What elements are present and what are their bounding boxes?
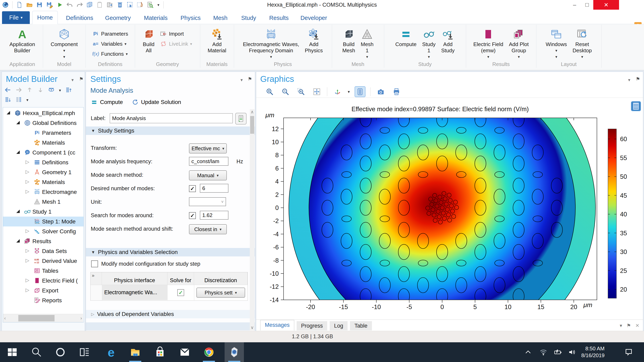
pin-icon[interactable]: ⚑ <box>636 76 640 82</box>
zoom-box-button[interactable] <box>296 86 306 97</box>
tree-item-materials[interactable]: Materials <box>3 138 84 148</box>
ribbon-button-compute[interactable]: Compute <box>395 27 416 47</box>
solve-checkbox[interactable]: ✓ <box>177 289 184 296</box>
ribbon-button-windows[interactable]: Windows ▾▾ <box>546 27 567 60</box>
tree-item-study-1[interactable]: Study 1 <box>3 207 84 217</box>
ribbon-tab-home[interactable]: Home <box>32 11 58 24</box>
paste-button[interactable] <box>96 0 104 9</box>
table-header-solve-for[interactable]: Solve for <box>168 272 194 285</box>
qat-dropdown[interactable]: ▾ <box>156 0 161 9</box>
settings-toolbar-compute[interactable]: Compute <box>91 99 123 106</box>
taskbar-file-explorer-button[interactable] <box>126 342 145 362</box>
close-icon[interactable]: ✕ <box>635 323 639 329</box>
ribbon-button-reset-desktop[interactable]: ResetDesktop ▾ <box>572 27 592 60</box>
ribbon-tab-developer[interactable]: Developer <box>298 12 330 24</box>
unit-combo[interactable]: ˅ <box>189 197 226 206</box>
taskbar-search-button[interactable] <box>26 342 46 362</box>
settings-toolbar-update-solution[interactable]: Update Solution <box>132 99 181 106</box>
tree-item-export[interactable]: ▷Export <box>3 286 84 296</box>
collapse-list-button[interactable] <box>5 96 11 104</box>
bottom-tab-table[interactable]: Table <box>350 321 372 331</box>
zoom-out-button[interactable] <box>280 86 291 97</box>
pin-icon[interactable]: ⚑ <box>79 76 84 82</box>
chevron-down-icon[interactable]: ▾ <box>620 323 622 329</box>
settings-scrollbar[interactable]: ∧∨ <box>250 109 254 331</box>
ribbon-tab-definitions[interactable]: Definitions <box>63 12 96 24</box>
ribbon-button-build-mesh[interactable]: BuildMesh <box>342 27 355 54</box>
taskbar-cortana-button[interactable] <box>51 342 70 362</box>
zoom-extents-button[interactable] <box>311 86 322 97</box>
ribbon-button-electromagnetic-waves-frequency-domain[interactable]: Electromagnetic Waves,Frequency Domain ▾ <box>243 27 299 60</box>
taskbar-action-center-button[interactable] <box>620 342 638 362</box>
chevron-down-icon[interactable]: ▾ <box>240 77 243 83</box>
modify-config-checkbox[interactable] <box>91 260 98 267</box>
tree-item-global-definitions[interactable]: Global Definitions <box>3 118 84 128</box>
tree-item-tables[interactable]: Tables <box>3 266 84 276</box>
find-button[interactable] <box>146 0 154 9</box>
ribbon-tab-results[interactable]: Results <box>266 12 292 24</box>
dropdown-2[interactable]: Manual▾ <box>189 170 227 180</box>
tree-item-results[interactable]: Results <box>3 236 84 246</box>
tree-item-definitions[interactable]: ▷Definitions <box>3 157 84 167</box>
expander-expanded-icon[interactable] <box>16 210 20 213</box>
taskbar-chrome-button[interactable] <box>199 342 218 362</box>
taskbar-task-view-button[interactable] <box>75 342 94 362</box>
field-input-1[interactable] <box>189 157 228 166</box>
expander-collapsed-icon[interactable]: ▷ <box>26 228 29 234</box>
bottom-tab-messages[interactable]: Messages <box>260 320 294 331</box>
table-header-physics-interface[interactable]: Physics interface <box>102 272 168 285</box>
ribbon-button-parameters[interactable]: PiParameters <box>92 30 128 37</box>
tree-item-mesh-1[interactable]: Mesh 1 <box>3 197 84 207</box>
print-button[interactable] <box>391 86 402 97</box>
scroll-down-icon[interactable]: ∨ <box>250 325 254 331</box>
columns-button[interactable] <box>16 96 22 104</box>
nav-back-button[interactable] <box>5 87 11 94</box>
snapshot-button[interactable] <box>375 86 386 97</box>
ribbon-tab-physics[interactable]: Physics <box>178 12 204 24</box>
expander-expanded-icon[interactable] <box>7 111 10 114</box>
expand-list-button[interactable] <box>66 87 72 94</box>
tree-item-electric-field-[interactable]: ▷Electric Field ( <box>3 276 84 286</box>
chevron-down-icon[interactable]: ▾ <box>26 97 28 102</box>
minimize-button[interactable]: – <box>568 0 581 10</box>
chevron-down-icon[interactable]: ▾ <box>348 89 350 94</box>
tree-item-solver-config[interactable]: ▷Solver Config <box>3 226 84 236</box>
ribbon-tab-geometry[interactable]: Geometry <box>102 12 134 24</box>
show-button[interactable] <box>48 87 54 94</box>
expander-collapsed-icon[interactable]: ▷ <box>26 179 29 184</box>
field-input-5[interactable] <box>200 211 228 220</box>
view-orientation-button[interactable] <box>332 86 343 97</box>
chevron-down-icon[interactable]: ▾ <box>59 88 61 93</box>
table-cell-solve[interactable]: ✓ <box>168 285 194 300</box>
chevron-down-icon[interactable]: ▾ <box>72 77 74 83</box>
tree-item-component-1-cc[interactable]: ΩComponent 1 (cc <box>3 148 84 157</box>
delete-button[interactable] <box>116 0 124 9</box>
taskbar-edge-button[interactable]: e <box>102 342 121 362</box>
ribbon-button-functions[interactable]: f(x)Functions▾ <box>92 50 128 57</box>
tray-network-button[interactable] <box>537 342 550 362</box>
ribbon-button-component[interactable]: Component ▾▾ <box>51 27 78 60</box>
plot-canvas[interactable]: Effective mode index=0.99897 Surface: El… <box>258 101 642 314</box>
dropdown-6[interactable]: Closest in▾ <box>189 224 227 234</box>
grid-button[interactable] <box>354 86 366 97</box>
new-file-button[interactable] <box>15 0 24 9</box>
scroll-up-icon[interactable]: ∧ <box>250 109 254 115</box>
ribbon-button-mesh-1[interactable]: Mesh1 ▾ <box>361 27 374 60</box>
expander-expanded-icon[interactable] <box>16 239 20 243</box>
default-view-button[interactable] <box>631 101 641 111</box>
copy-button[interactable] <box>86 0 94 9</box>
field-checkbox-3[interactable]: ✓ <box>189 185 196 192</box>
ribbon-button-add-study[interactable]: AddStudy <box>441 27 454 54</box>
close-button[interactable]: ✕ <box>593 0 619 10</box>
open-file-button[interactable] <box>25 0 34 9</box>
bottom-tab-log[interactable]: Log <box>330 321 348 331</box>
pin-icon[interactable]: ⚑ <box>626 323 631 329</box>
select-region-button[interactable] <box>126 0 134 9</box>
field-checkbox-5[interactable]: ✓ <box>189 212 196 219</box>
dropdown-0[interactable]: Effective mc▾ <box>189 143 227 153</box>
move-up-button[interactable] <box>26 87 33 94</box>
ribbon-button-build-all[interactable]: BuildAll <box>143 27 154 54</box>
scroll-thumb[interactable] <box>250 116 254 134</box>
ribbon-button-variables[interactable]: a=Variables▾ <box>92 40 128 47</box>
scroll-thumb[interactable] <box>18 315 54 321</box>
